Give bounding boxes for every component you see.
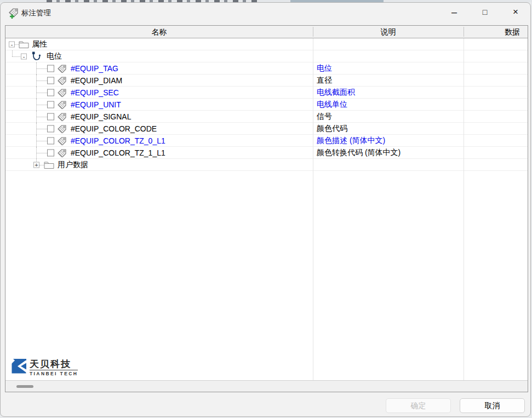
cancel-button[interactable]: 取消: [460, 398, 525, 413]
annotation-manager-dialog: 标注管理 – □ × 名称 说明 数据 - 属性: [0, 2, 531, 417]
vendor-name-cn: 天贝科技: [30, 359, 78, 369]
tag-icon: [57, 76, 67, 85]
desc-cell: 电线截面积: [317, 88, 355, 98]
tree-connector: [36, 105, 47, 105]
row-checkbox[interactable]: [47, 125, 54, 132]
column-header-data[interactable]: 数据: [464, 26, 528, 38]
tree-row-equip-color-tz0[interactable]: #EQUIP_COLOR_TZ_0_L1 颜色描述 (简体中文): [5, 135, 528, 147]
desc-cell: 电位: [317, 64, 332, 73]
tag-icon: [57, 64, 67, 73]
tree-connector: [36, 117, 47, 117]
column-resize-grip[interactable]: [313, 27, 313, 37]
tree-connector: [36, 153, 47, 153]
tree-row-equip-sec[interactable]: #EQUIP_SEC 电线截面积: [5, 87, 528, 99]
tree-body: - 属性 - 电位: [5, 38, 528, 380]
ok-button[interactable]: 确定: [386, 398, 451, 413]
tag-icon: [57, 88, 67, 97]
tree-connector: [36, 68, 47, 69]
desc-cell: 直径: [317, 76, 332, 85]
wire-potential-icon: [31, 51, 42, 61]
tree-connector: [12, 56, 20, 57]
column-divider: [464, 38, 464, 380]
tag-icon: [57, 136, 67, 145]
tree-row-user-data[interactable]: + 用户数据: [5, 159, 528, 171]
tree-connector: [15, 44, 19, 45]
tree-row-equip-tag[interactable]: #EQUIP_TAG 电位: [5, 62, 528, 75]
folder-icon: [19, 40, 29, 48]
tree-connector: [12, 50, 13, 56]
vendor-name-en: TIANBEI TECH: [30, 370, 78, 376]
expand-toggle[interactable]: -: [9, 41, 15, 47]
desc-cell: 电线单位: [317, 100, 347, 110]
tree-label: 用户数据: [58, 160, 88, 170]
tree-row-equip-color-code[interactable]: #EQUIP_COLOR_CODE 颜色代码: [5, 123, 528, 135]
tree-connector: [36, 93, 47, 93]
close-button[interactable]: ×: [503, 3, 528, 21]
tree-label: 电位: [47, 51, 62, 61]
tree-label: #EQUIP_COLOR_TZ_0_L1: [71, 136, 165, 145]
tag-plus-icon: [8, 7, 19, 19]
row-checkbox[interactable]: [47, 149, 54, 156]
tag-icon: [57, 100, 67, 109]
maximize-button[interactable]: □: [472, 3, 497, 21]
tree-label: #EQUIP_COLOR_CODE: [71, 124, 157, 133]
desc-cell: 颜色代码: [317, 124, 347, 134]
column-header-name[interactable]: 名称: [5, 26, 313, 38]
tree-connector: [36, 81, 47, 81]
row-checkbox[interactable]: [47, 89, 54, 96]
tree-connector: [39, 165, 44, 165]
row-checkbox[interactable]: [47, 113, 54, 120]
row-checkbox[interactable]: [47, 137, 54, 144]
tag-icon: [57, 148, 67, 157]
annotation-table: 名称 说明 数据 - 属性 -: [5, 25, 528, 392]
tree-row-potential[interactable]: - 电位: [5, 50, 528, 62]
row-checkbox[interactable]: [47, 77, 54, 84]
tree-label: #EQUIP_DIAM: [71, 76, 122, 85]
tag-icon: [57, 112, 67, 121]
tree-label: #EQUIP_UNIT: [71, 100, 121, 109]
table-header: 名称 说明 数据: [5, 26, 528, 38]
vendor-logo: 天贝科技 TIANBEI TECH: [12, 359, 78, 376]
row-checkbox[interactable]: [47, 65, 54, 72]
expand-toggle[interactable]: +: [33, 162, 39, 168]
row-checkbox[interactable]: [47, 101, 54, 108]
tianbei-logo-icon: [12, 359, 26, 374]
column-header-desc[interactable]: 说明: [313, 26, 464, 38]
tree-row-equip-diam[interactable]: #EQUIP_DIAM 直径: [5, 75, 528, 87]
tree-label: #EQUIP_SIGNAL: [71, 112, 131, 121]
tree-label: #EQUIP_TAG: [71, 64, 118, 73]
horizontal-scrollbar-thumb[interactable]: [16, 385, 33, 388]
desc-cell: 颜色转换代码 (简体中文): [317, 148, 401, 158]
tree-label: #EQUIP_COLOR_TZ_1_L1: [71, 148, 165, 157]
horizontal-scrollbar[interactable]: [5, 380, 528, 392]
folder-icon: [44, 161, 54, 169]
tree-row-equip-color-tz1[interactable]: #EQUIP_COLOR_TZ_1_L1 颜色转换代码 (简体中文): [5, 147, 528, 159]
column-divider: [313, 38, 313, 380]
column-resize-grip[interactable]: [464, 27, 464, 37]
tree-row-equip-unit[interactable]: #EQUIP_UNIT 电线单位: [5, 99, 528, 111]
window-title: 标注管理: [21, 8, 51, 18]
minimize-button[interactable]: –: [442, 3, 467, 21]
tree-connector: [36, 129, 47, 129]
tree-row-equip-signal[interactable]: #EQUIP_SIGNAL 信号: [5, 111, 528, 123]
tree-label: 属性: [32, 39, 47, 49]
tree-row-attributes[interactable]: - 属性: [5, 38, 528, 50]
desc-cell: 颜色描述 (简体中文): [317, 136, 385, 146]
desc-cell: 信号: [317, 112, 332, 122]
expand-toggle[interactable]: -: [21, 53, 27, 59]
title-bar: 标注管理 – □ ×: [1, 3, 530, 23]
tree-connector: [36, 141, 47, 141]
tree-label: #EQUIP_SEC: [71, 88, 119, 97]
tag-icon: [57, 124, 67, 133]
